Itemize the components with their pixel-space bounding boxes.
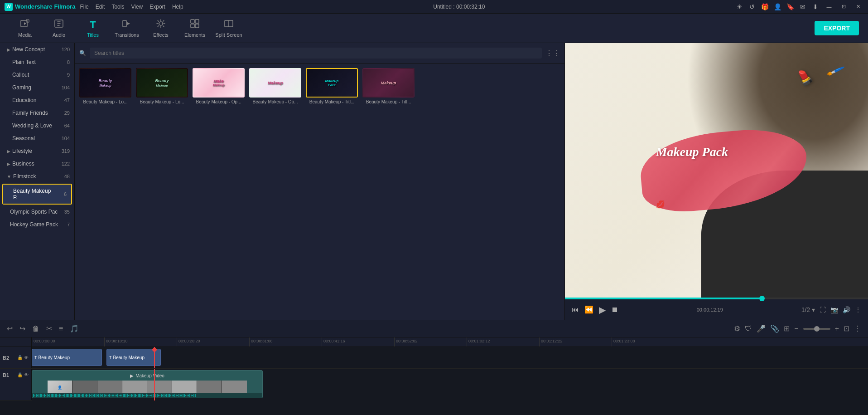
zoom-slider[interactable] <box>803 328 830 330</box>
track-lock-icon[interactable]: 🔒 <box>17 372 23 377</box>
sidebar-item-business[interactable]: ▶ Business 122 <box>0 157 74 170</box>
thumb-1: 👤 <box>48 381 72 394</box>
sync-icon[interactable]: ↺ <box>747 2 757 11</box>
title-clip-1[interactable]: T Beauty Makeup <box>32 349 102 366</box>
grid-options-button[interactable]: ⋮⋮ <box>545 49 560 58</box>
category-name: Wedding & Love <box>7 122 58 129</box>
adjust-button[interactable]: ≡ <box>59 325 63 333</box>
more-options-button[interactable]: ⋮ <box>854 324 861 333</box>
toolbar-split-screen[interactable]: Split Screen <box>213 16 245 41</box>
menu-help[interactable]: Help <box>172 4 183 10</box>
toolbar-audio[interactable]: Audio <box>43 16 75 41</box>
track-lock-icon[interactable]: 🔒 <box>17 355 23 360</box>
title-card[interactable]: BeautyMakeup Beauty Makeup - Lo... <box>79 68 131 104</box>
user-icon[interactable]: 👤 <box>773 2 782 11</box>
preview-time-display: 00:00:12:19 <box>697 307 723 312</box>
svg-rect-8 <box>195 24 199 28</box>
menu-export[interactable]: Export <box>149 4 165 10</box>
undo-button[interactable]: ↩ <box>7 324 13 333</box>
preview-page-select[interactable]: 1/2 ▾ <box>801 306 815 313</box>
sidebar-item-filmstock[interactable]: ▼ Filmstock 48 <box>0 170 74 183</box>
sidebar-item-seasonal[interactable]: Seasonal 104 <box>0 132 74 145</box>
category-name: Seasonal <box>7 135 58 142</box>
preview-fullscreen-button[interactable]: ⛶ <box>820 306 826 313</box>
title-card[interactable]: BeautyMakeup Beauty Makeup - Lo... <box>136 68 188 104</box>
sidebar-item-education[interactable]: Education 47 <box>0 94 74 107</box>
title-card[interactable]: Makeup Beauty Makeup - Titl... <box>362 68 415 104</box>
title-clip-2[interactable]: T Beauty Makeup <box>106 349 161 366</box>
split-button[interactable]: ⊞ <box>784 324 790 333</box>
toolbar-titles[interactable]: T Titles <box>77 16 109 41</box>
title-card-thumbnail: MakeupPack <box>306 68 358 98</box>
settings-button[interactable]: ⚙ <box>734 324 740 333</box>
preview-more-button[interactable]: ⋮ <box>855 306 861 313</box>
title-card[interactable]: MakeMakeup Beauty Makeup - Op... <box>193 68 245 104</box>
bookmark-icon[interactable]: 🔖 <box>786 2 795 11</box>
title-card[interactable]: Makeup Beauty Makeup - Op... <box>249 68 301 104</box>
toolbar-transitions[interactable]: Transitions <box>111 16 143 41</box>
preview-progress-bar-container[interactable] <box>565 298 868 299</box>
sidebar-item-hockey-game[interactable]: Hockey Game Pack 7 <box>0 218 74 231</box>
preview-stop-button[interactable]: ⏹ <box>611 306 618 314</box>
sidebar-item-family-friends[interactable]: Family Friends 29 <box>0 107 74 119</box>
preview-frame-back-button[interactable]: ⏪ <box>584 305 593 314</box>
search-input[interactable] <box>90 48 542 59</box>
category-count: 47 <box>58 98 70 103</box>
audio-adjust-button[interactable]: 🎵 <box>70 324 79 333</box>
minimize-button[interactable]: — <box>824 2 834 11</box>
track-visible-icon[interactable]: 👁 <box>24 355 29 360</box>
left-sidebar: ▶ New Concept 120 Plain Text 8 Callout 9… <box>0 43 75 320</box>
shield-button[interactable]: 🛡 <box>745 325 752 333</box>
preview-play-button[interactable]: ▶ <box>599 304 606 315</box>
titlebar-right: ☀ ↺ 🎁 👤 🔖 ✉ ⬇ — ⊡ ✕ <box>735 2 863 11</box>
sun-icon[interactable]: ☀ <box>735 2 744 11</box>
close-button[interactable]: ✕ <box>853 2 863 11</box>
sidebar-item-lifestyle[interactable]: ▶ Lifestyle 319 <box>0 145 74 157</box>
sidebar-item-olympic-sports[interactable]: Olympic Sports Pac 35 <box>0 205 74 218</box>
mail-icon[interactable]: ✉ <box>798 2 807 11</box>
sidebar-item-gaming[interactable]: Gaming 104 <box>0 81 74 94</box>
clip-button[interactable]: 📎 <box>770 324 779 333</box>
gift-icon[interactable]: 🎁 <box>760 2 769 11</box>
title-card-selected[interactable]: MakeupPack Beauty Makeup - Titl... <box>306 68 358 104</box>
preview-progress-thumb[interactable] <box>759 296 765 301</box>
menu-file[interactable]: File <box>80 4 88 10</box>
preview-volume-button[interactable]: 🔊 <box>843 306 850 313</box>
clip-label: Beauty Makeup <box>39 355 70 360</box>
zoom-fit-button[interactable]: ⊡ <box>844 324 849 333</box>
download-icon[interactable]: ⬇ <box>811 2 820 11</box>
menu-view[interactable]: View <box>131 4 143 10</box>
split-screen-label: Split Screen <box>215 32 242 38</box>
titles-grid: BeautyMakeup Beauty Makeup - Lo... Beaut… <box>75 63 564 320</box>
effects-icon <box>156 19 166 31</box>
category-count: 104 <box>58 85 70 90</box>
video-clip-1[interactable]: ▶ Makeup Video 👤 <box>32 370 263 398</box>
timeline-tracks: B2 🔒 👁 T Beauty Makeup <box>0 347 868 415</box>
search-bar: 🔍 ⋮⋮ <box>75 43 564 63</box>
effects-label: Effects <box>153 32 168 38</box>
toolbar-media[interactable]: Media <box>9 16 41 41</box>
preview-skip-back-button[interactable]: ⏮ <box>572 306 579 314</box>
category-name: Education <box>7 97 58 103</box>
delete-button[interactable]: 🗑 <box>32 325 39 333</box>
zoom-out-button[interactable]: − <box>794 325 798 333</box>
sidebar-item-beauty-makeup[interactable]: Beauty Makeup P. 6 <box>3 185 71 204</box>
toolbar-effects[interactable]: Effects <box>145 16 177 41</box>
zoom-in-button[interactable]: + <box>835 325 839 333</box>
maximize-button[interactable]: ⊡ <box>838 2 849 11</box>
sidebar-item-plain-text[interactable]: Plain Text 8 <box>0 56 74 68</box>
video-track: B1 🔒 👁 ▶ Makeup Video <box>0 369 868 400</box>
menu-edit[interactable]: Edit <box>96 4 105 10</box>
preview-snapshot-button[interactable]: 📷 <box>830 306 838 313</box>
sidebar-item-wedding-love[interactable]: Wedding & Love 64 <box>0 119 74 132</box>
toolbar-elements[interactable]: Elements <box>179 16 211 41</box>
sidebar-item-callout[interactable]: Callout 9 <box>0 68 74 81</box>
mic-button[interactable]: 🎤 <box>757 324 766 333</box>
sidebar-item-new-concept[interactable]: ▶ New Concept 120 <box>0 43 74 56</box>
cut-button[interactable]: ✂ <box>46 324 52 333</box>
export-button[interactable]: EXPORT <box>815 21 859 35</box>
track-visible-icon[interactable]: 👁 <box>24 372 29 377</box>
preview-image-area: Makeup Pack 💄 🖌️ 💋 <box>565 43 868 298</box>
menu-tools[interactable]: Tools <box>111 4 124 10</box>
redo-button[interactable]: ↪ <box>19 324 25 333</box>
